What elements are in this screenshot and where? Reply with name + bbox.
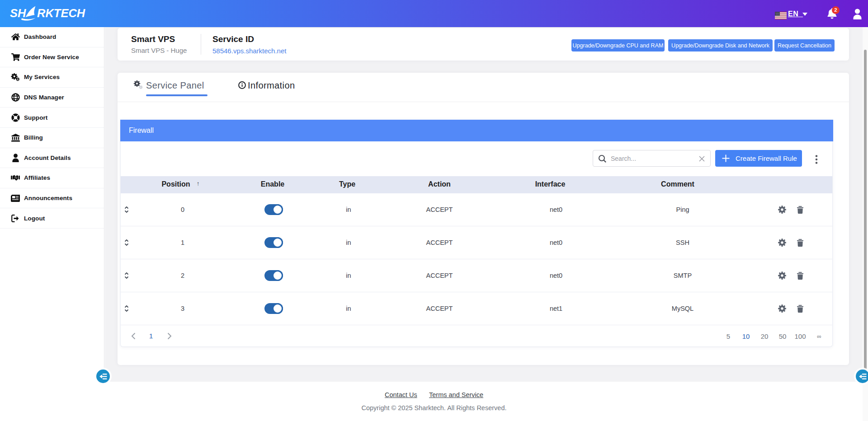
svg-text:RKTECH: RKTECH xyxy=(37,7,85,19)
svg-text:SH: SH xyxy=(10,7,26,19)
